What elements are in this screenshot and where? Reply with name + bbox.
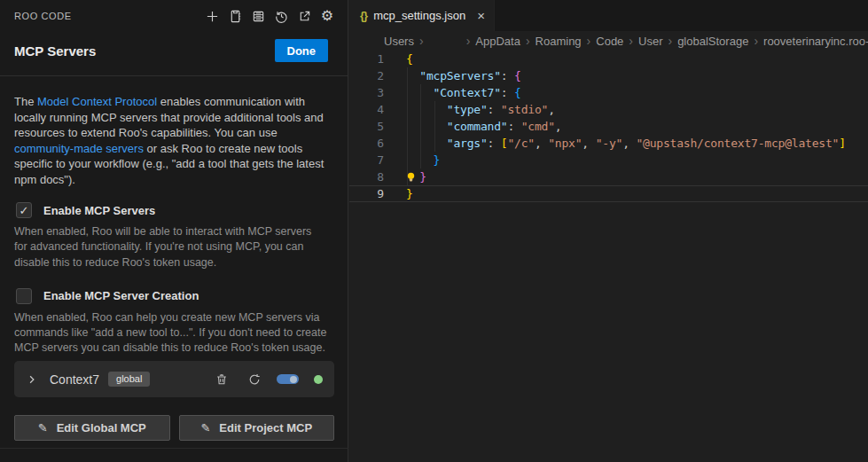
- breadcrumb-item[interactable]: globalStorage: [677, 35, 748, 48]
- page-header: MCP Servers Done: [0, 27, 348, 73]
- code-text: "command": "cmd",: [384, 120, 561, 133]
- code-line-9[interactable]: 9}: [349, 185, 868, 202]
- enable-mcp-creation-description: When enabled, Roo can help you create ne…: [0, 304, 341, 356]
- code-text: }: [384, 153, 440, 167]
- line-number: 1: [349, 52, 384, 66]
- pencil-icon: ✎: [38, 421, 48, 435]
- code-text: "Context7": {: [384, 86, 521, 99]
- mcp-server-card: Context7 global: [14, 361, 334, 397]
- mcp-footer-buttons: ✎ Edit Global MCP ✎ Edit Project MCP: [14, 415, 334, 441]
- line-number: 3: [349, 86, 384, 99]
- enable-mcp-creation-checkbox[interactable]: ✓: [16, 288, 32, 304]
- breadcrumb-item[interactable]: rooveterinaryinc.roo-cli: [763, 35, 868, 48]
- enable-mcp-servers-row: ✓ Enable MCP Servers: [0, 187, 348, 218]
- server-enabled-toggle[interactable]: [277, 374, 299, 384]
- plus-icon[interactable]: [204, 8, 220, 24]
- enable-mcp-servers-description: When enabled, Roo will be able to intera…: [0, 218, 341, 270]
- tab-filename: mcp_settings.json: [373, 9, 465, 22]
- enable-mcp-creation-label: Enable MCP Server Creation: [43, 289, 199, 302]
- code-text: {: [384, 52, 413, 66]
- breadcrumb-separator-icon: ›: [419, 34, 424, 48]
- line-number: 2: [349, 69, 384, 82]
- quick-fix-lightbulb-icon[interactable]: [405, 171, 417, 183]
- code-line-8[interactable]: 8 }: [349, 168, 868, 185]
- toggle-knob: [290, 376, 297, 383]
- code-line-3[interactable]: 3 "Context7": {: [349, 84, 868, 101]
- community-servers-link[interactable]: community-made servers: [14, 142, 144, 155]
- notebook-icon[interactable]: [227, 8, 243, 24]
- editor-tab-bar: {} mcp_settings.json ×: [349, 0, 868, 31]
- vscode-window: ROO CODE ⚙: [0, 0, 868, 462]
- breadcrumb-separator-icon: ›: [629, 34, 633, 48]
- server-scope-badge: global: [108, 372, 150, 387]
- code-line-7[interactable]: 7 }: [349, 152, 868, 168]
- check-icon: ✓: [20, 204, 29, 217]
- breadcrumb-separator-icon: ›: [587, 34, 591, 48]
- pencil-icon: ✎: [200, 421, 210, 435]
- breadcrumb-item[interactable]: AppData: [475, 35, 520, 48]
- server-status-dot: [314, 375, 323, 384]
- edit-project-mcp-label: Edit Project MCP: [219, 421, 312, 435]
- server-actions: [214, 372, 323, 387]
- line-number: 6: [349, 137, 384, 150]
- json-file-icon: {}: [360, 9, 367, 22]
- edit-project-mcp-button[interactable]: ✎ Edit Project MCP: [179, 415, 335, 441]
- panel-header: ROO CODE ⚙: [0, 0, 348, 27]
- enable-mcp-creation-row: ✓ Enable MCP Server Creation: [0, 270, 348, 304]
- code-line-4[interactable]: 4 "type": "stdio",: [349, 101, 868, 118]
- line-number: 5: [349, 120, 384, 133]
- breadcrumb-item[interactable]: Code: [596, 35, 623, 48]
- panel-header-actions: ⚙: [204, 8, 335, 24]
- expand-chevron-icon[interactable]: [27, 374, 37, 385]
- server-name: Context7: [50, 372, 99, 387]
- done-button[interactable]: Done: [275, 39, 329, 62]
- intro-text: The: [14, 95, 37, 108]
- page-title: MCP Servers: [14, 43, 96, 59]
- mcp-servers-icon[interactable]: [250, 8, 266, 24]
- enable-mcp-servers-label: Enable MCP Servers: [43, 204, 155, 217]
- code-text: "mcpServers": {: [384, 69, 521, 82]
- restart-server-icon[interactable]: [246, 372, 262, 387]
- code-text: "args": ["/c", "npx", "-y", "@upstash/co…: [384, 137, 846, 150]
- breadcrumb-separator-icon: ›: [754, 34, 758, 48]
- breadcrumb-item[interactable]: Roaming: [536, 35, 582, 48]
- code-text: "type": "stdio",: [384, 103, 555, 116]
- settings-gear-icon[interactable]: ⚙: [319, 8, 335, 24]
- model-context-protocol-link[interactable]: Model Context Protocol: [37, 95, 157, 108]
- tab-mcp-settings-json[interactable]: {} mcp_settings.json ×: [349, 0, 495, 31]
- line-number: 4: [349, 103, 384, 116]
- line-number: 9: [349, 187, 384, 200]
- line-number: 8: [349, 170, 384, 184]
- code-line-6[interactable]: 6 "args": ["/c", "npx", "-y", "@upstash/…: [349, 135, 868, 152]
- breadcrumb-item[interactable]: User: [638, 35, 662, 48]
- edit-global-mcp-button[interactable]: ✎ Edit Global MCP: [14, 415, 170, 441]
- code-line-5[interactable]: 5 "command": "cmd",: [349, 118, 868, 135]
- roo-code-sidebar: ROO CODE ⚙: [0, 0, 348, 462]
- breadcrumb-separator-icon: ›: [526, 34, 530, 48]
- editor-group: {} mcp_settings.json × Users››AppData›Ro…: [349, 0, 868, 462]
- line-number: 7: [349, 153, 384, 167]
- edit-global-mcp-label: Edit Global MCP: [57, 421, 146, 435]
- open-in-editor-icon[interactable]: [296, 8, 312, 24]
- code-line-1[interactable]: 1{: [349, 51, 868, 67]
- breadcrumb-separator-icon: ›: [466, 34, 471, 48]
- history-icon[interactable]: [273, 8, 289, 24]
- close-tab-icon[interactable]: ×: [477, 9, 485, 22]
- enable-mcp-servers-checkbox[interactable]: ✓: [16, 202, 32, 218]
- extension-title: ROO CODE: [14, 11, 72, 21]
- code-text: }: [384, 187, 413, 200]
- code-editor[interactable]: 1{2 "mcpServers": {3 "Context7": {4 "typ…: [349, 51, 868, 462]
- breadcrumb-separator-icon: ›: [668, 34, 672, 48]
- panel-bottom-divider: [0, 448, 348, 449]
- breadcrumb-item[interactable]: Users: [384, 35, 414, 48]
- breadcrumb[interactable]: Users››AppData›Roaming›Code›User›globalS…: [349, 31, 868, 51]
- delete-server-icon[interactable]: [214, 372, 229, 387]
- code-line-2[interactable]: 2 "mcpServers": {: [349, 67, 868, 84]
- mcp-description: The Model Context Protocol enables commu…: [0, 76, 340, 187]
